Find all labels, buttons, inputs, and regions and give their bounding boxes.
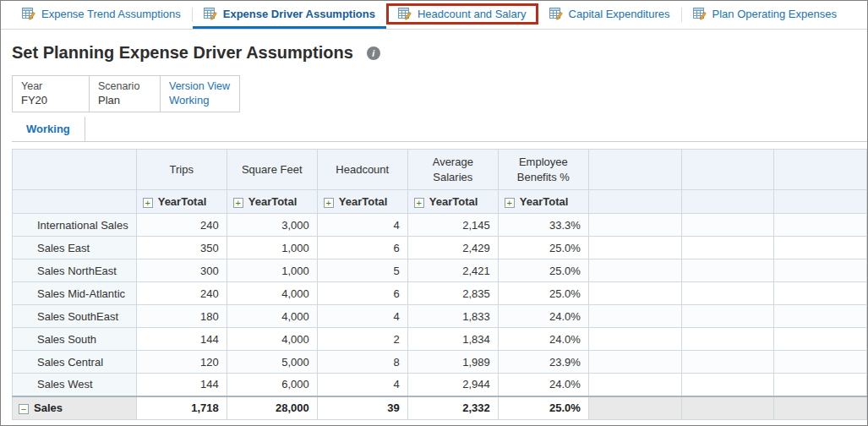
data-cell[interactable]: 33.3%	[498, 214, 588, 237]
pov-member-value[interactable]: Working	[169, 94, 231, 106]
expand-icon[interactable]	[143, 198, 153, 208]
data-cell[interactable]: 3,000	[227, 214, 317, 237]
empty-data-cell[interactable]	[681, 214, 774, 237]
data-cell[interactable]: 5	[317, 259, 407, 282]
tab-label: Capital Expenditures	[569, 8, 670, 20]
data-cell[interactable]: 24.0%	[498, 328, 588, 351]
data-cell[interactable]: 2,429	[407, 237, 498, 259]
data-cell[interactable]: 2	[317, 328, 407, 351]
empty-total-cell	[774, 396, 867, 420]
empty-data-cell[interactable]	[774, 214, 867, 237]
data-cell[interactable]: 6,000	[227, 374, 317, 396]
empty-data-cell[interactable]	[681, 305, 774, 328]
period-label: YearTotal	[158, 195, 207, 208]
empty-column-header	[681, 150, 774, 190]
corner-cell	[13, 190, 137, 214]
total-cell: 2,332	[407, 396, 498, 420]
period-header: YearTotal	[136, 190, 227, 214]
empty-data-cell[interactable]	[774, 305, 867, 328]
empty-data-cell[interactable]	[774, 237, 867, 259]
data-cell[interactable]: 4,000	[227, 328, 317, 351]
data-cell[interactable]: 144	[136, 328, 227, 351]
data-cell[interactable]: 300	[136, 259, 227, 282]
empty-column-header	[681, 190, 774, 214]
data-cell[interactable]: 120	[136, 351, 227, 374]
tab-expense-driver-assumptions[interactable]: Expense Driver Assumptions	[193, 1, 386, 29]
empty-data-cell[interactable]	[774, 259, 867, 282]
empty-data-cell[interactable]	[588, 259, 681, 282]
data-cell[interactable]: 1,834	[407, 328, 498, 351]
data-cell[interactable]: 24.0%	[498, 305, 588, 328]
data-cell[interactable]: 144	[136, 374, 227, 396]
data-cell[interactable]: 1,833	[407, 305, 498, 328]
data-cell[interactable]: 350	[136, 237, 227, 259]
info-icon[interactable]	[367, 46, 380, 60]
data-cell[interactable]: 23.9%	[498, 351, 588, 374]
data-cell[interactable]: 1,989	[407, 351, 498, 374]
tab-capital-expenditures[interactable]: Capital Expenditures	[538, 1, 681, 29]
column-header-row: Trips Square Feet Headcount Average Sala…	[13, 150, 867, 190]
empty-data-cell[interactable]	[588, 351, 681, 374]
tab-plan-operating-expenses[interactable]: Plan Operating Expenses	[682, 1, 848, 29]
data-cell[interactable]: 4	[317, 214, 407, 237]
period-label: YearTotal	[339, 195, 388, 208]
row-member-label: Sales NorthEast	[13, 259, 137, 282]
data-cell[interactable]: 2,145	[407, 214, 498, 237]
expand-icon[interactable]	[505, 198, 515, 208]
tab-headcount-and-salary[interactable]: Headcount and Salary	[387, 1, 538, 29]
empty-data-cell[interactable]	[588, 305, 681, 328]
data-cell[interactable]: 240	[136, 214, 227, 237]
empty-data-cell[interactable]	[588, 328, 681, 351]
data-cell[interactable]: 240	[136, 282, 227, 305]
pov-version-view[interactable]: Version View Working	[161, 75, 240, 112]
empty-data-cell[interactable]	[588, 374, 681, 396]
period-label: YearTotal	[520, 195, 569, 208]
data-cell[interactable]: 1,000	[227, 259, 317, 282]
expand-icon[interactable]	[324, 198, 334, 208]
empty-data-cell[interactable]	[774, 328, 867, 351]
form-icon	[398, 7, 412, 20]
empty-data-cell[interactable]	[681, 351, 774, 374]
empty-data-cell[interactable]	[588, 214, 681, 237]
collapse-icon[interactable]	[19, 404, 29, 414]
data-cell[interactable]: 180	[136, 305, 227, 328]
empty-data-cell[interactable]	[588, 237, 681, 259]
total-cell: 28,000	[227, 396, 317, 420]
empty-data-cell[interactable]	[774, 351, 867, 374]
data-cell[interactable]: 4	[317, 305, 407, 328]
data-cell[interactable]: 5,000	[227, 351, 317, 374]
subtab-working[interactable]: Working	[12, 117, 85, 141]
data-cell[interactable]: 6	[317, 282, 407, 305]
table-row: Sales NorthEast3001,00052,42125.0%	[13, 259, 867, 282]
data-cell[interactable]: 4,000	[227, 305, 317, 328]
tab-expense-trend-assumptions[interactable]: Expense Trend Assumptions	[11, 1, 192, 29]
pov-bar: Year FY20 Scenario Plan Version View Wor…	[12, 75, 867, 112]
empty-data-cell[interactable]	[681, 328, 774, 351]
data-cell[interactable]: 8	[317, 351, 407, 374]
data-cell[interactable]: 25.0%	[498, 282, 588, 305]
expand-icon[interactable]	[414, 198, 424, 208]
total-row: Sales 1,718 28,000 39 2,332 25.0%	[13, 396, 867, 420]
data-cell[interactable]: 6	[317, 237, 407, 259]
empty-data-cell[interactable]	[774, 282, 867, 305]
data-cell[interactable]: 2,944	[407, 374, 498, 396]
data-cell[interactable]: 1,000	[227, 237, 317, 259]
data-cell[interactable]: 4,000	[227, 282, 317, 305]
empty-data-cell[interactable]	[681, 374, 774, 396]
empty-data-cell[interactable]	[588, 282, 681, 305]
empty-column-header	[774, 190, 867, 214]
empty-data-cell[interactable]	[681, 259, 774, 282]
data-cell[interactable]: 24.0%	[498, 374, 588, 396]
data-cell[interactable]: 25.0%	[498, 259, 588, 282]
form-icon	[549, 7, 563, 20]
column-header: Average Salaries	[407, 150, 498, 190]
expand-icon[interactable]	[233, 198, 243, 208]
data-cell[interactable]: 2,421	[407, 259, 498, 282]
data-cell[interactable]: 2,835	[407, 282, 498, 305]
data-cell[interactable]: 25.0%	[498, 237, 588, 259]
empty-data-cell[interactable]	[681, 282, 774, 305]
empty-data-cell[interactable]	[774, 374, 867, 396]
data-cell[interactable]: 4	[317, 374, 407, 396]
empty-column-header	[774, 150, 867, 190]
empty-data-cell[interactable]	[681, 237, 774, 259]
